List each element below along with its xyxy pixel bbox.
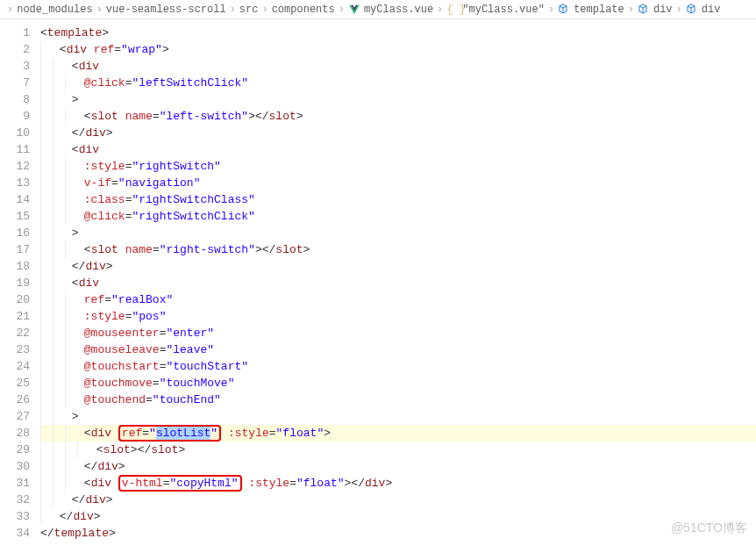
line-number: 31 xyxy=(0,475,30,492)
watermark: @51CTO博客 xyxy=(671,521,747,536)
code-line[interactable]: ref="realBox" xyxy=(40,291,756,308)
breadcrumb-item[interactable]: { }"myClass.vue" xyxy=(446,4,545,16)
line-number: 26 xyxy=(0,391,30,408)
code-line[interactable]: @mouseleave="leave" xyxy=(40,341,756,358)
line-gutter: 1 2 3 7 8 9 10 11 12 13 14 15 16 17 18 1… xyxy=(0,19,40,542)
line-number: 29 xyxy=(0,442,30,458)
code-line[interactable]: <div ref="wrap"> xyxy=(40,41,756,58)
code-line[interactable]: > xyxy=(40,225,756,241)
code-line[interactable]: <div v-html="copyHtml" :style="float"></… xyxy=(40,475,756,492)
vue-icon xyxy=(348,4,360,16)
code-line[interactable]: > xyxy=(40,408,756,425)
line-number: 16 xyxy=(0,225,30,241)
line-number: 7 xyxy=(0,75,30,91)
line-number: 24 xyxy=(0,358,30,375)
chevron-right-icon: › xyxy=(261,4,267,16)
code-area[interactable]: <template> <div ref="wrap"> <div @click=… xyxy=(40,19,756,542)
chevron-right-icon: › xyxy=(7,4,13,16)
line-number: 14 xyxy=(0,191,30,208)
line-number: 11 xyxy=(0,141,30,158)
line-number: 18 xyxy=(0,258,30,275)
code-line[interactable]: <slot name="right-switch"></slot> xyxy=(40,241,756,258)
breadcrumb-item[interactable]: components xyxy=(272,4,335,16)
code-line[interactable]: <div xyxy=(40,141,756,158)
chevron-right-icon: › xyxy=(437,4,443,16)
line-number: 25 xyxy=(0,375,30,391)
line-number: 8 xyxy=(0,91,30,108)
chevron-right-icon: › xyxy=(230,4,236,16)
code-line[interactable]: </template> xyxy=(40,525,756,542)
code-line[interactable]: @mouseenter="enter" xyxy=(40,325,756,341)
code-line[interactable]: </div> xyxy=(40,492,756,508)
code-line[interactable]: @click="rightSwitchClick" xyxy=(40,208,756,225)
line-number: 27 xyxy=(0,408,30,425)
code-line[interactable]: </div> xyxy=(40,458,756,475)
line-number: 22 xyxy=(0,325,30,341)
code-line[interactable]: <template> xyxy=(40,25,756,41)
code-editor[interactable]: 1 2 3 7 8 9 10 11 12 13 14 15 16 17 18 1… xyxy=(0,19,756,542)
line-number: 12 xyxy=(0,158,30,175)
code-line[interactable]: :style="pos" xyxy=(40,308,756,325)
text-selection: slotList xyxy=(156,427,210,440)
breadcrumb-item[interactable]: myClass.vue xyxy=(348,4,433,16)
code-line[interactable]: :style="rightSwitch" xyxy=(40,158,756,175)
line-number: 3 xyxy=(0,58,30,75)
line-number: 9 xyxy=(0,108,30,125)
code-line[interactable]: @touchend="touchEnd" xyxy=(40,391,756,408)
breadcrumb-item[interactable]: node_modules xyxy=(17,4,92,16)
code-line[interactable]: @touchmove="touchMove" xyxy=(40,375,756,391)
line-number: 13 xyxy=(0,175,30,191)
code-line[interactable]: </div> xyxy=(40,125,756,141)
code-line[interactable]: </div> xyxy=(40,508,756,525)
annotation-box: ref="slotList" xyxy=(118,425,221,442)
line-number: 30 xyxy=(0,458,30,475)
chevron-right-icon: › xyxy=(548,4,554,16)
line-number: 28 xyxy=(0,425,30,442)
line-number: 34 xyxy=(0,525,30,542)
code-line[interactable]: </div> xyxy=(40,258,756,275)
line-number: 15 xyxy=(0,208,30,225)
braces-icon: { } xyxy=(446,4,459,16)
line-number: 19 xyxy=(0,275,30,291)
chevron-right-icon: › xyxy=(676,4,682,16)
line-number: 20 xyxy=(0,291,30,308)
code-line[interactable]: <slot></slot> xyxy=(40,442,756,458)
chevron-right-icon: › xyxy=(339,4,345,16)
line-number: 2 xyxy=(0,41,30,58)
breadcrumb-item[interactable]: template xyxy=(558,4,624,16)
cube-icon xyxy=(558,4,570,16)
code-line[interactable]: @click="leftSwitchClick" xyxy=(40,75,756,91)
cube-icon xyxy=(638,4,650,16)
line-number: 23 xyxy=(0,341,30,358)
line-number: 21 xyxy=(0,308,30,325)
line-number: 1 xyxy=(0,25,30,41)
line-number: 33 xyxy=(0,508,30,525)
code-line[interactable]: <div xyxy=(40,275,756,291)
breadcrumb: › node_modules › vue-seamless-scroll › s… xyxy=(0,0,756,19)
cube-icon xyxy=(686,4,698,16)
breadcrumb-item[interactable]: vue-seamless-scroll xyxy=(106,4,226,16)
code-line[interactable]: @touchstart="touchStart" xyxy=(40,358,756,375)
chevron-right-icon: › xyxy=(628,4,634,16)
code-line[interactable]: <div xyxy=(40,58,756,75)
chevron-right-icon: › xyxy=(96,4,103,16)
code-line[interactable]: v-if="navigation" xyxy=(40,175,756,191)
breadcrumb-item[interactable]: src xyxy=(239,4,259,16)
breadcrumb-item[interactable]: div xyxy=(686,4,721,16)
code-line[interactable]: :class="rightSwitchClass" xyxy=(40,191,756,208)
code-line-highlighted[interactable]: <div ref="slotList" :style="float"> xyxy=(40,425,756,442)
line-number: 17 xyxy=(0,241,30,258)
code-line[interactable]: > xyxy=(40,91,756,108)
breadcrumb-item[interactable]: div xyxy=(638,4,673,16)
line-number: 32 xyxy=(0,492,30,508)
code-line[interactable]: <slot name="left-switch"></slot> xyxy=(40,108,756,125)
annotation-box: v-html="copyHtml" xyxy=(118,475,242,492)
line-number: 10 xyxy=(0,125,30,141)
